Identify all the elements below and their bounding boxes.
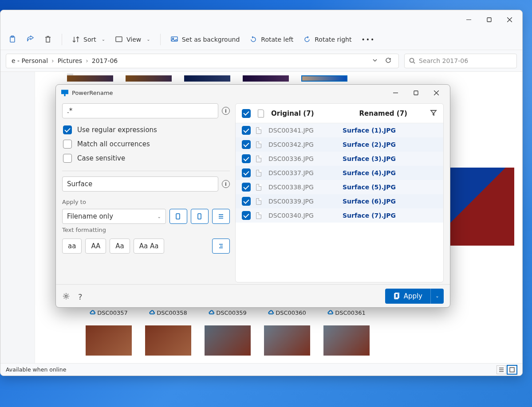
file-icon bbox=[256, 127, 261, 134]
file-thumbnail[interactable] bbox=[86, 325, 132, 356]
lowercase-button[interactable]: aa bbox=[62, 239, 82, 254]
minimize-button[interactable] bbox=[385, 86, 406, 99]
chevron-down-icon: ⌄ bbox=[102, 37, 105, 42]
details-view-button[interactable] bbox=[497, 365, 506, 374]
original-column-header[interactable]: Original (7) bbox=[271, 110, 314, 117]
file-thumbnail[interactable] bbox=[205, 325, 251, 356]
file-label[interactable]: DSC00361 bbox=[323, 309, 370, 316]
file-label[interactable]: DSC00357 bbox=[86, 309, 132, 316]
file-thumbnail[interactable] bbox=[67, 75, 113, 82]
file-thumbnail[interactable] bbox=[243, 75, 289, 82]
checkbox-checked-icon[interactable] bbox=[63, 125, 72, 134]
refresh-icon[interactable] bbox=[385, 57, 391, 65]
rotate-right-button[interactable]: Rotate right bbox=[299, 32, 355, 47]
sort-button[interactable]: Sort⌄ bbox=[68, 32, 109, 47]
file-thumbnail[interactable] bbox=[126, 75, 172, 82]
case-sensitive-option[interactable]: Case sensitive bbox=[62, 151, 230, 165]
settings-button[interactable] bbox=[62, 292, 70, 300]
row-checkbox[interactable] bbox=[242, 183, 251, 192]
sort-icon bbox=[72, 35, 80, 43]
row-checkbox[interactable] bbox=[242, 211, 251, 220]
set-background-button[interactable]: Set as background bbox=[167, 32, 244, 47]
breadcrumb-segment[interactable]: e - Personal bbox=[10, 57, 50, 64]
search-input[interactable]: Search 2017-06 bbox=[404, 54, 517, 68]
paste-icon bbox=[8, 35, 16, 43]
navigation-pane[interactable] bbox=[0, 72, 35, 363]
view-button[interactable]: View⌄ bbox=[111, 32, 154, 47]
file-thumbnail[interactable] bbox=[145, 325, 191, 356]
enumerate-button[interactable] bbox=[212, 209, 230, 224]
replace-input[interactable] bbox=[62, 176, 218, 192]
include-folders-button[interactable] bbox=[191, 209, 209, 224]
maximize-button[interactable] bbox=[406, 86, 426, 99]
settings-panel: i Use regular expressions Match all occu… bbox=[62, 103, 230, 282]
search-pattern-input[interactable] bbox=[62, 103, 218, 118]
view-icon bbox=[115, 35, 123, 43]
table-row[interactable]: DSC00339.JPGSurface (6).JPG bbox=[236, 194, 443, 208]
apply-button[interactable]: Apply ⌄ bbox=[385, 289, 444, 304]
delete-button[interactable] bbox=[40, 32, 55, 47]
chevron-down-icon: ⌄ bbox=[158, 214, 161, 219]
help-button[interactable]: ? bbox=[78, 292, 86, 300]
apply-to-select[interactable]: Filename only ⌄ bbox=[62, 209, 166, 224]
status-text: Available when online bbox=[6, 366, 66, 373]
breadcrumb-segment[interactable]: 2017-06 bbox=[90, 57, 120, 64]
table-row[interactable]: DSC00342.JPGSurface (2).JPG bbox=[236, 137, 443, 152]
info-icon[interactable]: i bbox=[222, 180, 230, 188]
rotate-left-icon bbox=[249, 35, 257, 43]
close-button[interactable] bbox=[426, 86, 446, 99]
file-thumbnail[interactable] bbox=[264, 325, 310, 356]
renamed-column-header[interactable]: Renamed (7) bbox=[359, 110, 407, 117]
file-thumbnail[interactable] bbox=[184, 75, 230, 82]
table-row[interactable]: DSC00337.JPGSurface (4).JPG bbox=[236, 166, 443, 180]
svg-point-18 bbox=[65, 295, 67, 297]
thumbnails-view-button[interactable] bbox=[507, 365, 517, 374]
file-thumbnail[interactable] bbox=[323, 325, 370, 356]
uppercase-button[interactable]: AA bbox=[85, 239, 106, 254]
row-checkbox[interactable] bbox=[242, 197, 251, 206]
share-button[interactable] bbox=[23, 32, 38, 47]
row-checkbox[interactable] bbox=[242, 140, 251, 149]
cloud-icon bbox=[268, 310, 274, 316]
checkbox-icon[interactable] bbox=[63, 140, 72, 149]
row-checkbox[interactable] bbox=[242, 126, 251, 135]
thumbnail-strip bbox=[67, 75, 347, 82]
svg-rect-17 bbox=[198, 214, 201, 219]
row-checkbox[interactable] bbox=[242, 154, 251, 163]
info-icon[interactable]: i bbox=[222, 107, 230, 115]
breadcrumb-segment[interactable]: Pictures bbox=[56, 57, 84, 64]
paste-button[interactable] bbox=[5, 32, 20, 47]
breadcrumb[interactable]: e - Personal› Pictures› 2017-06 bbox=[6, 54, 399, 68]
titlecase-button[interactable]: Aa bbox=[110, 239, 130, 254]
table-row[interactable]: DSC00338.JPGSurface (5).JPG bbox=[236, 180, 443, 194]
match-all-label: Match all occurrences bbox=[77, 140, 150, 148]
row-checkbox[interactable] bbox=[242, 168, 251, 177]
select-all-checkbox[interactable] bbox=[242, 109, 251, 118]
filter-icon[interactable] bbox=[430, 109, 437, 118]
file-icon bbox=[256, 156, 261, 162]
table-row[interactable]: DSC00340.JPGSurface (7).JPG bbox=[236, 208, 443, 223]
match-all-option[interactable]: Match all occurrences bbox=[62, 137, 230, 151]
capitalize-each-button[interactable]: Aa Aa bbox=[134, 239, 165, 254]
file-label[interactable]: DSC00358 bbox=[145, 309, 191, 316]
regex-option[interactable]: Use regular expressions bbox=[62, 123, 230, 137]
maximize-button[interactable] bbox=[479, 12, 499, 27]
case-label: Case sensitive bbox=[77, 154, 125, 162]
apply-dropdown[interactable]: ⌄ bbox=[430, 289, 444, 304]
table-row[interactable]: DSC00341.JPGSurface (1).JPG bbox=[236, 123, 443, 137]
minimize-button[interactable] bbox=[458, 12, 479, 27]
table-row[interactable]: DSC00336.JPGSurface (3).JPG bbox=[236, 152, 443, 166]
rotate-left-button[interactable]: Rotate left bbox=[246, 32, 297, 47]
include-files-button[interactable] bbox=[169, 209, 187, 224]
history-dropdown-icon[interactable] bbox=[372, 57, 378, 65]
more-button[interactable]: ••• bbox=[358, 32, 378, 47]
text-align-button[interactable] bbox=[212, 239, 230, 254]
file-label[interactable]: DSC00359 bbox=[205, 309, 251, 316]
file-label[interactable]: DSC00360 bbox=[264, 309, 310, 316]
file-icon bbox=[256, 198, 261, 205]
file-thumbnail-selected[interactable] bbox=[301, 75, 347, 82]
close-button[interactable] bbox=[499, 12, 520, 27]
file-thumbnail[interactable] bbox=[448, 168, 514, 246]
svg-rect-1 bbox=[487, 18, 491, 22]
checkbox-icon[interactable] bbox=[63, 154, 72, 163]
